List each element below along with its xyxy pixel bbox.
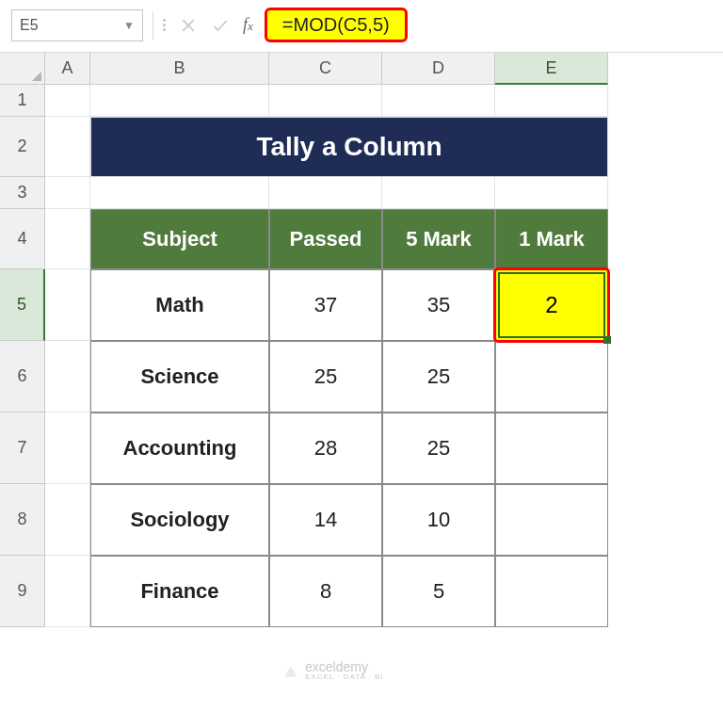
watermark-brand: exceldemy (305, 659, 368, 674)
cell-1mark-2[interactable] (495, 413, 608, 484)
cell-c3[interactable] (269, 177, 382, 209)
cell-5mark-3[interactable]: 10 (382, 484, 495, 556)
cell-passed-1[interactable]: 25 (269, 341, 382, 413)
fx-icon[interactable]: fx (243, 15, 253, 35)
cell-passed-3[interactable]: 14 (269, 484, 382, 556)
th-1mark[interactable]: 1 Mark (495, 209, 608, 269)
cell-passed-4[interactable]: 8 (269, 556, 382, 627)
cell-b3[interactable] (90, 177, 269, 209)
formula-bar-icons (163, 16, 230, 35)
col-header-d[interactable]: D (382, 53, 495, 85)
cell-5mark-4[interactable]: 5 (382, 556, 495, 627)
cell-c1[interactable] (269, 85, 382, 117)
row-header-5[interactable]: 5 (0, 269, 45, 341)
separator (153, 11, 153, 40)
formula-bar: E5 ▼ fx =MOD(C5,5) (0, 0, 723, 52)
row-header-1[interactable]: 1 (0, 85, 45, 117)
row-header-8[interactable]: 8 (0, 484, 45, 556)
cell-a9[interactable] (45, 556, 90, 627)
cell-1mark-4[interactable] (495, 556, 608, 627)
th-5mark[interactable]: 5 Mark (382, 209, 495, 269)
col-header-e[interactable]: E (495, 53, 608, 85)
row-header-4[interactable]: 4 (0, 209, 45, 269)
cell-a2[interactable] (45, 117, 90, 177)
th-subject[interactable]: Subject (90, 209, 269, 269)
cell-e1[interactable] (495, 85, 608, 117)
chevron-down-icon[interactable]: ▼ (123, 19, 135, 32)
cell-a4[interactable] (45, 209, 90, 269)
logo-icon (282, 662, 299, 679)
row-header-6[interactable]: 6 (0, 341, 45, 413)
spreadsheet-grid[interactable]: A B C D E 1 2 Tally a Column 3 4 Subject… (0, 52, 723, 627)
cell-1mark-3[interactable] (495, 484, 608, 556)
formula-text: =MOD(C5,5) (282, 14, 390, 35)
row-header-3[interactable]: 3 (0, 177, 45, 209)
col-header-c[interactable]: C (269, 53, 382, 85)
col-header-a[interactable]: A (45, 53, 90, 85)
cell-a3[interactable] (45, 177, 90, 209)
formula-input[interactable]: =MOD(C5,5) (265, 8, 408, 42)
cell-subject-2[interactable]: Accounting (90, 413, 269, 484)
cell-1mark-0: 2 (545, 292, 557, 318)
cancel-icon[interactable] (179, 16, 198, 35)
row-header-2[interactable]: 2 (0, 117, 45, 177)
select-all-corner[interactable] (0, 53, 45, 85)
th-passed[interactable]: Passed (269, 209, 382, 269)
cell-b1[interactable] (90, 85, 269, 117)
cell-5mark-1[interactable]: 25 (382, 341, 495, 413)
cell-subject-4[interactable]: Finance (90, 556, 269, 627)
cell-subject-1[interactable]: Science (90, 341, 269, 413)
title-banner: Tally a Column (90, 117, 608, 177)
cell-subject-0[interactable]: Math (90, 269, 269, 341)
cell-5mark-2[interactable]: 25 (382, 413, 495, 484)
watermark: exceldemy EXCEL · DATA · BI (282, 659, 384, 681)
title-text: Tally a Column (256, 132, 442, 162)
cell-e5-active[interactable]: 2 (495, 269, 608, 341)
cell-5mark-0[interactable]: 35 (382, 269, 495, 341)
watermark-tagline: EXCEL · DATA · BI (305, 672, 384, 681)
row-header-7[interactable]: 7 (0, 413, 45, 484)
enter-icon[interactable] (211, 16, 230, 35)
row-header-9[interactable]: 9 (0, 556, 45, 627)
cell-passed-0[interactable]: 37 (269, 269, 382, 341)
cell-d3[interactable] (382, 177, 495, 209)
cell-passed-2[interactable]: 28 (269, 413, 382, 484)
name-box-value: E5 (20, 17, 39, 34)
col-header-b[interactable]: B (90, 53, 269, 85)
more-icon[interactable] (163, 19, 166, 31)
cell-a8[interactable] (45, 484, 90, 556)
cell-d1[interactable] (382, 85, 495, 117)
cell-a6[interactable] (45, 341, 90, 413)
cell-subject-3[interactable]: Sociology (90, 484, 269, 556)
cell-a1[interactable] (45, 85, 90, 117)
cell-1mark-1[interactable] (495, 341, 608, 413)
cell-a7[interactable] (45, 413, 90, 484)
name-box[interactable]: E5 ▼ (11, 9, 143, 41)
cell-a5[interactable] (45, 269, 90, 341)
cell-e3[interactable] (495, 177, 608, 209)
